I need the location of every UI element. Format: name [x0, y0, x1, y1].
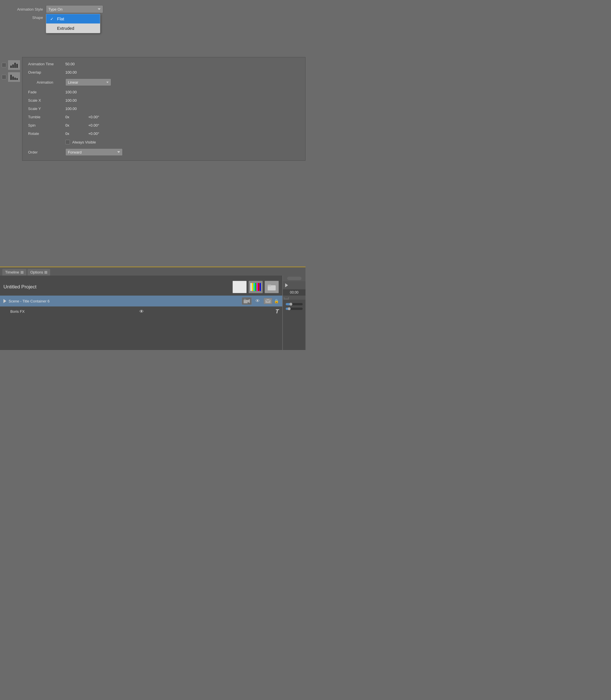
scroll-handle[interactable] — [287, 277, 301, 280]
time-display: 00;00 — [283, 289, 306, 295]
rotate-deg[interactable]: +0.00° — [88, 132, 111, 136]
spin-x[interactable]: 0x — [65, 123, 88, 127]
bar4 — [16, 64, 18, 68]
dropdown-item-flat-label: Flat — [57, 16, 64, 21]
timeline-content: Untitled Project — [0, 275, 306, 350]
side-icon-row-1 — [2, 60, 20, 70]
overlap-value[interactable]: 100.00 — [65, 70, 88, 75]
tumble-deg[interactable]: +0.00° — [88, 115, 111, 119]
tumble-x[interactable]: 0x — [65, 115, 88, 119]
animation-value: Linear — [68, 80, 78, 85]
scale-x-value[interactable]: 100.00 — [65, 98, 88, 103]
rotate-x[interactable]: 0x — [65, 132, 88, 136]
checkmark-icon: ✓ — [50, 17, 55, 21]
tick2 — [285, 299, 285, 300]
svg-rect-1 — [268, 285, 271, 286]
animation-time-row: Animation Time 50.00 — [28, 62, 299, 66]
bar7 — [14, 78, 16, 80]
order-value: Forward — [68, 150, 82, 154]
bar-chart-icon-2 — [10, 74, 18, 80]
checkmark-placeholder — [50, 26, 55, 31]
animation-style-dropdown[interactable]: Type On — [46, 5, 103, 13]
bar2 — [12, 64, 14, 68]
overlap-row: Overlap 100.00 — [28, 70, 299, 75]
fade-value[interactable]: 100.00 — [65, 90, 88, 94]
side-icons-panel — [0, 58, 22, 85]
color-bars-icon[interactable] — [249, 281, 263, 293]
svg-rect-4 — [244, 299, 246, 300]
tumble-row: Tumble 0x +0.00° — [28, 115, 299, 119]
order-dropdown-arrow-icon — [117, 151, 120, 153]
lock-icon[interactable]: 🔒 — [274, 299, 279, 303]
icon-box-1[interactable] — [8, 60, 20, 70]
animation-label: Animation — [37, 80, 65, 85]
project-title: Untitled Project — [3, 284, 36, 290]
scene-eye-icon[interactable]: 👁 — [253, 298, 262, 304]
animation-row: Animation Linear — [37, 78, 299, 86]
side-checkbox-2[interactable] — [2, 75, 6, 79]
text-t-icon[interactable]: T — [275, 308, 279, 315]
project-header: Untitled Project — [0, 278, 282, 295]
order-row: Order Forward — [28, 148, 299, 156]
options-tab[interactable]: Options — [28, 269, 50, 275]
slider-track-2 — [286, 308, 303, 310]
order-dropdown[interactable]: Forward — [65, 148, 123, 156]
animation-style-row: Animation Style Type On — [6, 5, 300, 13]
white-box-icon[interactable] — [233, 281, 247, 293]
always-visible-row: Always Visible — [65, 140, 299, 144]
animation-dropdown-arrow-icon — [106, 82, 109, 83]
project-icons — [233, 281, 279, 293]
scale-y-label: Scale Y — [28, 107, 65, 111]
bar3 — [14, 63, 16, 68]
spin-deg[interactable]: +0.00° — [88, 123, 111, 127]
animation-style-label: Animation Style — [6, 7, 46, 12]
icon-box-2[interactable] — [8, 72, 20, 82]
scene-title: Scene - Title Container 6 — [9, 299, 240, 303]
rotate-label: Rotate — [28, 132, 65, 136]
tumble-label: Tumble — [28, 115, 65, 119]
tick1 — [284, 297, 284, 300]
boris-eye-icon[interactable]: 👁 — [139, 309, 144, 314]
folder-icon[interactable] — [265, 281, 279, 293]
spin-label: Spin — [28, 123, 65, 127]
playback-controls — [283, 281, 306, 289]
scale-x-label: Scale X — [28, 98, 65, 103]
animation-style-value: Type On — [48, 7, 62, 12]
scale-y-value[interactable]: 100.00 — [65, 107, 88, 111]
dropdown-arrow-icon — [98, 8, 101, 10]
bar1 — [10, 65, 12, 68]
tab-dot-1 — [21, 271, 24, 274]
always-visible-checkbox[interactable] — [65, 140, 70, 144]
ruler-ticks — [283, 295, 306, 300]
scene-expand-icon[interactable] — [3, 299, 6, 303]
timeline-tab[interactable]: Timeline — [2, 269, 26, 275]
timeline-section: Timeline Options Untitled Project — [0, 267, 306, 350]
slider-thumb-1[interactable] — [289, 303, 292, 306]
bar6 — [12, 76, 14, 80]
scene-icons: 👁 🔒 — [242, 297, 279, 305]
animation-time-label: Animation Time — [28, 62, 65, 66]
side-checkbox-1[interactable] — [2, 63, 6, 67]
boris-row: Boris FX 👁 T — [0, 306, 282, 317]
timeline-ruler — [283, 295, 306, 300]
dropdown-item-extruded-label: Extruded — [57, 26, 74, 31]
tick5 — [287, 299, 288, 300]
envelope-svg — [265, 299, 270, 303]
envelope-icon[interactable] — [264, 298, 272, 304]
play-button-icon[interactable] — [285, 283, 288, 287]
bar5 — [10, 75, 12, 80]
side-icon-row-2 — [2, 72, 20, 82]
dropdown-item-flat[interactable]: ✓ Flat — [46, 14, 100, 24]
camera-icon[interactable] — [242, 297, 252, 305]
properties-panel: Animation Time 50.00 Overlap 100.00 Anim… — [22, 57, 306, 161]
tab-dot-2 — [44, 271, 47, 274]
options-tab-label: Options — [30, 270, 43, 274]
timeline-scroll-area — [283, 275, 306, 281]
timeline-sliders — [283, 300, 306, 313]
dropdown-item-extruded[interactable]: Extruded — [46, 24, 100, 33]
animation-time-value[interactable]: 50.00 — [65, 62, 88, 66]
order-label: Order — [28, 150, 65, 154]
slider-thumb-2[interactable] — [288, 307, 290, 310]
animation-dropdown[interactable]: Linear — [65, 78, 111, 86]
bar8 — [16, 78, 18, 80]
